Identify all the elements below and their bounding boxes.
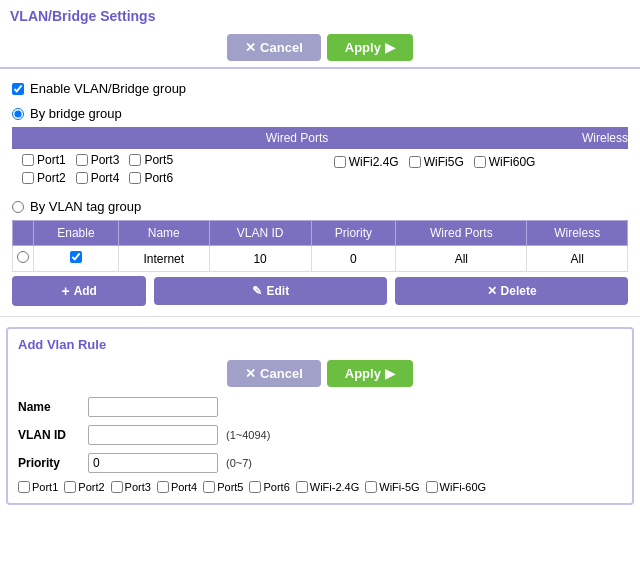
bottom-port4-cb[interactable]: [157, 481, 169, 493]
edit-button[interactable]: ✎ Edit: [154, 277, 387, 305]
port1-checkbox[interactable]: [22, 154, 34, 166]
enable-col-header: Enable: [34, 221, 119, 246]
bridge-group-row: By bridge group: [12, 106, 628, 121]
bottom-port6-cb[interactable]: [249, 481, 261, 493]
port3-checkbox[interactable]: [76, 154, 88, 166]
sub-apply-label: Apply: [345, 366, 381, 381]
vlanid-hint: (1~4094): [226, 429, 270, 441]
wired-ports-cell: Port1 Port3 Port5: [22, 153, 314, 167]
x-delete-icon: ✕: [487, 284, 497, 298]
top-toolbar: ✕ Cancel Apply ▶: [0, 28, 640, 69]
bottom-wifi60g: WiFi-60G: [426, 481, 486, 493]
wifi24g-item: WiFi2.4G: [334, 155, 399, 169]
priority-hint: (0~7): [226, 457, 252, 469]
port4-checkbox[interactable]: [76, 172, 88, 184]
vlanid-input[interactable]: [88, 425, 218, 445]
wifi5g-checkbox[interactable]: [409, 156, 421, 168]
wired-col-header: Wired Ports: [396, 221, 527, 246]
row-priority-cell: 0: [311, 246, 396, 272]
name-label: Name: [18, 400, 88, 414]
vlan-table: Enable Name VLAN ID Priority Wired Ports…: [12, 220, 628, 272]
page-title: VLAN/Bridge Settings: [0, 0, 640, 28]
bottom-port2: Port2: [64, 481, 104, 493]
bottom-port5: Port5: [203, 481, 243, 493]
row-radio[interactable]: [17, 251, 29, 263]
plus-icon: +: [61, 283, 69, 299]
enable-vlan-label: Enable VLAN/Bridge group: [30, 81, 186, 96]
sub-cancel-label: Cancel: [260, 366, 303, 381]
wifi24g-checkbox[interactable]: [334, 156, 346, 168]
add-label: Add: [74, 284, 97, 298]
wireless-ports-cell: WiFi2.4G WiFi5G WiFi60G: [334, 155, 572, 169]
cancel-label: Cancel: [260, 40, 303, 55]
row-radio-cell: [13, 246, 34, 272]
wifi60g-checkbox[interactable]: [474, 156, 486, 168]
arrow-icon: ▶: [385, 40, 395, 55]
row-vlanid-cell: 10: [209, 246, 311, 272]
port5-checkbox[interactable]: [129, 154, 141, 166]
add-vlan-section: Add Vlan Rule ✕ Cancel Apply ▶ Name VLAN…: [6, 327, 634, 505]
bottom-wifi60g-cb[interactable]: [426, 481, 438, 493]
sub-apply-button[interactable]: Apply ▶: [327, 360, 413, 387]
add-button[interactable]: + Add: [12, 276, 146, 306]
port2-checkbox[interactable]: [22, 172, 34, 184]
row-enable-cell: [34, 246, 119, 272]
priority-label: Priority: [18, 456, 88, 470]
enable-vlan-checkbox[interactable]: [12, 83, 24, 95]
row-wiredports-cell: All: [396, 246, 527, 272]
delete-button[interactable]: ✕ Delete: [395, 277, 628, 305]
vlan-tag-radio[interactable]: [12, 201, 24, 213]
bottom-port6: Port6: [249, 481, 289, 493]
port5-item: Port5: [129, 153, 173, 167]
ports-table: Wired Ports Wireless Port1: [12, 127, 628, 189]
bottom-wifi24g: WiFi-2.4G: [296, 481, 360, 493]
vlan-tag-label: By VLAN tag group: [30, 199, 141, 214]
port6-item: Port6: [129, 171, 173, 185]
action-buttons-row: + Add ✎ Edit ✕ Delete: [12, 276, 628, 306]
vlan-tag-row: By VLAN tag group: [12, 199, 628, 214]
port3-item: Port3: [76, 153, 120, 167]
bottom-wifi24g-cb[interactable]: [296, 481, 308, 493]
bottom-port1: Port1: [18, 481, 58, 493]
name-input[interactable]: [88, 397, 218, 417]
bottom-ports-row: Port1 Port2 Port3 Port4 Port5 Port6: [18, 481, 622, 493]
bottom-port5-cb[interactable]: [203, 481, 215, 493]
bottom-port4: Port4: [157, 481, 197, 493]
row-wireless-cell: All: [527, 246, 628, 272]
name-row: Name: [18, 397, 622, 417]
priority-col-header: Priority: [311, 221, 396, 246]
apply-label: Apply: [345, 40, 381, 55]
row-enable-checkbox[interactable]: [70, 251, 82, 263]
name-col-header: Name: [118, 221, 209, 246]
bottom-wifi5g-cb[interactable]: [365, 481, 377, 493]
bottom-port3-cb[interactable]: [111, 481, 123, 493]
wifi60g-item: WiFi60G: [474, 155, 536, 169]
bottom-port1-cb[interactable]: [18, 481, 30, 493]
wired-ports-header: Wired Ports: [12, 127, 582, 149]
sub-cancel-button[interactable]: ✕ Cancel: [227, 360, 321, 387]
section-divider: [0, 316, 640, 317]
top-apply-button[interactable]: Apply ▶: [327, 34, 413, 61]
bridge-group-radio[interactable]: [12, 108, 24, 120]
enable-vlan-row: Enable VLAN/Bridge group: [12, 81, 628, 96]
priority-row: Priority (0~7): [18, 453, 622, 473]
port6-checkbox[interactable]: [129, 172, 141, 184]
port4-item: Port4: [76, 171, 120, 185]
sub-x-icon: ✕: [245, 366, 256, 381]
wireless-col-header: Wireless: [527, 221, 628, 246]
wireless-header: Wireless: [582, 127, 628, 149]
port2-item: Port2: [22, 171, 66, 185]
page-wrapper: VLAN/Bridge Settings ✕ Cancel Apply ▶ En…: [0, 0, 640, 585]
priority-input[interactable]: [88, 453, 218, 473]
bottom-wifi5g: WiFi-5G: [365, 481, 419, 493]
bottom-port2-cb[interactable]: [64, 481, 76, 493]
port1-item: Port1: [22, 153, 66, 167]
main-content: Enable VLAN/Bridge group By bridge group…: [0, 75, 640, 310]
top-cancel-button[interactable]: ✕ Cancel: [227, 34, 321, 61]
vlanid-col-header: VLAN ID: [209, 221, 311, 246]
table-row: Internet 10 0 All All: [13, 246, 628, 272]
delete-label: Delete: [501, 284, 537, 298]
edit-label: Edit: [266, 284, 289, 298]
sub-toolbar: ✕ Cancel Apply ▶: [18, 360, 622, 387]
add-vlan-title: Add Vlan Rule: [18, 337, 622, 352]
